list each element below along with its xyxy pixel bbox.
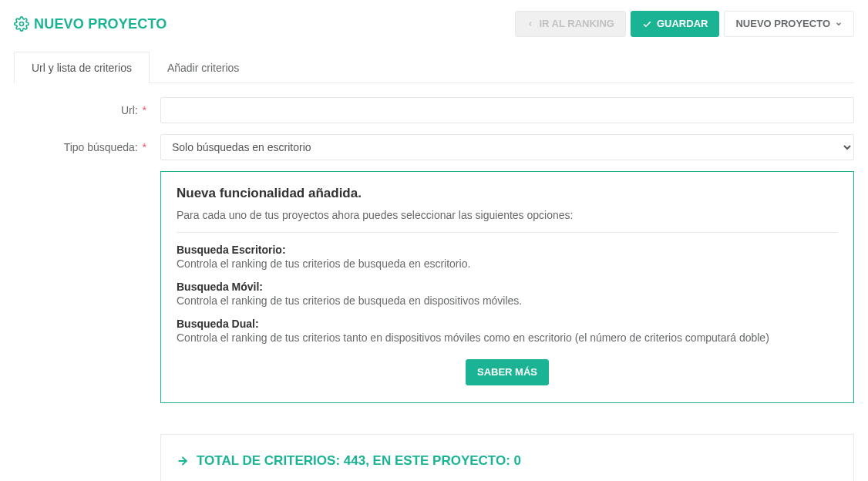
required-asterisk: *	[143, 141, 146, 153]
feature-desc: Controla el ranking de tus criterios de …	[177, 257, 838, 270]
feature-desc: Controla el ranking de tus criterios de …	[177, 294, 838, 307]
go-ranking-label: IR AL RANKING	[539, 17, 614, 31]
page-title: NUEVO PROYECTO	[14, 16, 167, 32]
search-type-label-text: Tipo búsqueda:	[64, 141, 138, 153]
totals-line: TOTAL DE CRITERIOS: 443, EN ESTE PROYECT…	[177, 453, 838, 469]
page-header: NUEVO PROYECTO IR AL RANKING GUARDAR NUE…	[14, 11, 854, 37]
feature-title: Busqueda Móvil:	[177, 281, 838, 293]
url-label-text: Url:	[121, 104, 138, 116]
feature-desc: Controla el ranking de tus criterios tan…	[177, 331, 838, 344]
row-search-type: Tipo búsqueda: * Solo búsquedas en escri…	[14, 134, 854, 160]
learn-more-button[interactable]: SABER MÁS	[466, 359, 549, 385]
totals-text: TOTAL DE CRITERIOS: 443, EN ESTE PROYECT…	[197, 453, 521, 469]
new-project-dropdown[interactable]: NUEVO PROYECTO	[724, 11, 854, 37]
tab-url-criteria[interactable]: Url y lista de criterios	[14, 52, 150, 83]
info-feature-dual: Busqueda Dual: Controla el ranking de tu…	[177, 318, 838, 344]
tab-add-criteria[interactable]: Añadir criterios	[150, 52, 257, 83]
totals-card: TOTAL DE CRITERIOS: 443, EN ESTE PROYECT…	[160, 434, 854, 481]
chevron-down-icon	[835, 20, 843, 28]
gears-icon	[14, 16, 29, 32]
info-panel: Nueva funcionalidad añadida. Para cada u…	[160, 171, 854, 403]
info-feature-mobile: Busqueda Móvil: Controla el ranking de t…	[177, 281, 838, 307]
chevron-left-icon	[527, 19, 534, 29]
url-input[interactable]	[160, 97, 854, 123]
required-asterisk: *	[143, 104, 146, 116]
page-title-text: NUEVO PROYECTO	[34, 16, 167, 32]
feature-title: Busqueda Dual:	[177, 318, 838, 330]
svg-point-0	[20, 22, 24, 26]
tabs: Url y lista de criterios Añadir criterio…	[14, 51, 854, 83]
go-ranking-button[interactable]: IR AL RANKING	[515, 11, 626, 37]
row-url: Url: *	[14, 97, 854, 123]
search-type-label: Tipo búsqueda: *	[14, 141, 160, 153]
search-type-select[interactable]: Solo búsquedas en escritorio	[160, 134, 854, 160]
feature-title: Busqueda Escritorio:	[177, 244, 838, 256]
info-subtitle: Para cada uno de tus proyectos ahora pue…	[177, 209, 838, 233]
info-title: Nueva funcionalidad añadida.	[177, 186, 838, 201]
url-label: Url: *	[14, 104, 160, 116]
save-button[interactable]: GUARDAR	[631, 11, 719, 37]
header-actions: IR AL RANKING GUARDAR NUEVO PROYECTO	[515, 11, 854, 37]
arrow-right-icon	[177, 455, 189, 467]
new-project-label: NUEVO PROYECTO	[735, 17, 830, 31]
check-icon	[642, 19, 652, 29]
info-feature-desktop: Busqueda Escritorio: Controla el ranking…	[177, 244, 838, 270]
save-label: GUARDAR	[657, 17, 708, 31]
